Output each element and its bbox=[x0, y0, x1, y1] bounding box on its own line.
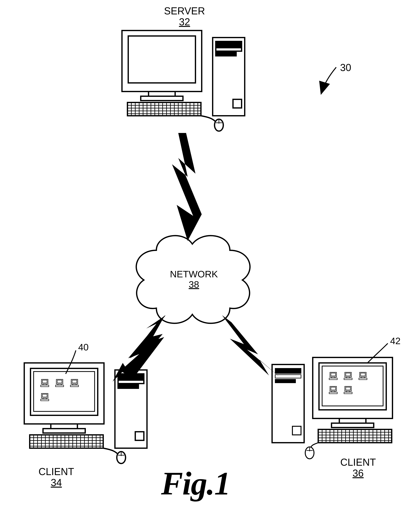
client-left-ref: 34 bbox=[33, 477, 80, 488]
client-right-label: CLIENT 36 bbox=[335, 457, 382, 479]
figure-canvas: SERVER 32 NETWORK 38 CLIENT 34 CLIENT 36… bbox=[0, 0, 420, 517]
svg-rect-43 bbox=[275, 375, 301, 378]
svg-rect-40 bbox=[34, 372, 95, 411]
figure-caption: Fig.1 bbox=[161, 464, 230, 502]
svg-rect-42 bbox=[275, 368, 301, 373]
svg-rect-45 bbox=[292, 426, 301, 435]
client-right-name: CLIENT bbox=[335, 457, 382, 468]
client-left-name: CLIENT bbox=[33, 466, 80, 477]
server-label: SERVER 32 bbox=[159, 6, 210, 28]
network-label: NETWORK 38 bbox=[166, 269, 222, 290]
ref-40: 40 bbox=[78, 342, 89, 353]
client-right-ref: 36 bbox=[335, 468, 382, 479]
svg-marker-77 bbox=[172, 133, 202, 241]
svg-rect-49 bbox=[339, 418, 366, 423]
svg-rect-48 bbox=[322, 366, 383, 406]
network-name: NETWORK bbox=[166, 269, 222, 279]
server-ref: 32 bbox=[159, 16, 210, 27]
svg-rect-50 bbox=[331, 423, 374, 427]
ref-30: 30 bbox=[340, 62, 351, 73]
server-name: SERVER bbox=[159, 6, 210, 16]
client-left-label: CLIENT 34 bbox=[33, 466, 80, 488]
svg-marker-79 bbox=[120, 315, 165, 379]
network-ref: 38 bbox=[166, 279, 222, 290]
ref-42: 42 bbox=[390, 335, 401, 346]
svg-rect-44 bbox=[275, 379, 296, 383]
